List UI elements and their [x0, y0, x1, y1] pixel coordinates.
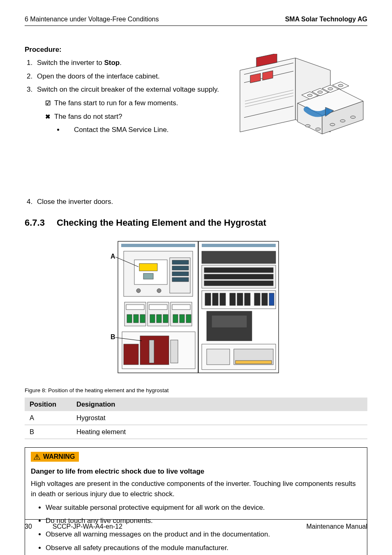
svg-rect-60: [140, 336, 169, 365]
svg-rect-72: [230, 293, 235, 305]
fail-action: Contact the SMA Service Line.: [64, 125, 367, 135]
step-text: Switch on the circuit breaker of the ext…: [37, 86, 219, 93]
svg-rect-47: [134, 314, 138, 323]
svg-rect-88: [37, 456, 37, 458]
svg-rect-67: [204, 281, 273, 286]
footer-doc-type: Maintenance Manual: [306, 523, 367, 530]
cell-position: B: [25, 425, 71, 439]
svg-rect-31: [202, 244, 276, 247]
warning-tag: WARNING: [31, 452, 79, 462]
svg-rect-70: [212, 293, 218, 305]
svg-rect-37: [172, 260, 189, 264]
svg-point-18: [307, 94, 312, 97]
svg-rect-71: [220, 293, 226, 305]
figure-label-a: A: [111, 253, 115, 260]
procedure-heading: Procedure:: [25, 46, 367, 54]
svg-rect-52: [173, 314, 178, 323]
figure-caption: Figure 8: Position of the heating elemen…: [25, 387, 367, 393]
table-row: B Heating element: [25, 425, 367, 439]
svg-rect-54: [186, 314, 191, 323]
svg-rect-61: [149, 340, 154, 363]
footer-page-number: 30: [25, 523, 32, 530]
step-text: Switch the inverter to: [37, 59, 104, 67]
svg-rect-65: [204, 268, 273, 273]
svg-rect-38: [172, 266, 189, 270]
svg-rect-57: [172, 305, 190, 310]
checkmark-icon: ☑: [44, 99, 51, 108]
svg-rect-34: [139, 264, 157, 271]
svg-rect-69: [205, 293, 211, 305]
step-bold: Stop: [104, 59, 120, 67]
svg-rect-79: [212, 315, 247, 328]
svg-rect-73: [237, 293, 243, 305]
svg-point-19: [318, 91, 323, 93]
svg-rect-89: [37, 458, 37, 459]
result-success: ☑ The fans start to run for a few moment…: [44, 98, 367, 109]
cell-designation: Heating element: [71, 425, 367, 439]
svg-rect-49: [150, 314, 155, 323]
step-text: Open the doors of the interface cabinet.: [37, 72, 160, 80]
page-header: 6 Maintenance under Voltage-Free Conditi…: [25, 16, 367, 26]
svg-rect-53: [180, 314, 184, 323]
svg-rect-81: [207, 349, 230, 365]
svg-rect-76: [262, 293, 267, 305]
position-table: Position Designation A Hygrostat B Heati…: [25, 398, 367, 439]
result-text: The fans do not start?: [54, 113, 122, 120]
svg-point-21: [338, 84, 343, 87]
cabinet-figure: A B: [25, 237, 367, 379]
table-row: A Hygrostat: [25, 411, 367, 425]
step-text: Close the inverter doors.: [37, 198, 113, 206]
result-text: The fans start to run for a few moments.: [54, 99, 178, 107]
cabinet-diagram: A B: [110, 237, 282, 377]
svg-point-41: [136, 289, 141, 293]
warning-title: Danger to life from electric shock due t…: [31, 467, 361, 476]
svg-rect-55: [126, 305, 144, 310]
cross-icon: ✖: [44, 112, 51, 121]
svg-rect-35: [143, 273, 153, 279]
svg-rect-30: [121, 244, 195, 247]
result-fail: ✖ The fans do not start? Contact the SMA…: [44, 112, 367, 135]
svg-rect-83: [235, 361, 272, 364]
warning-box: WARNING Danger to life from electric sho…: [25, 447, 367, 555]
warning-item: Observe all warning messages on the prod…: [46, 530, 361, 540]
table-header-row: Position Designation: [25, 398, 367, 411]
col-designation: Designation: [71, 398, 367, 411]
svg-rect-63: [202, 251, 276, 264]
svg-rect-62: [171, 340, 178, 363]
svg-rect-50: [157, 314, 161, 323]
svg-rect-74: [244, 293, 250, 305]
svg-rect-48: [140, 314, 145, 323]
warning-triangle-icon: [33, 453, 41, 460]
svg-rect-39: [172, 272, 189, 276]
page-footer: 30 SCCP-JP-WA-A4-en-12 Maintenance Manua…: [25, 519, 367, 530]
svg-point-20: [328, 88, 333, 90]
col-position: Position: [25, 398, 71, 411]
procedure-step: Close the inverter doors.: [35, 197, 367, 207]
warning-item: Observe all safety precautions of the mo…: [46, 543, 361, 553]
svg-rect-40: [172, 278, 189, 282]
svg-rect-56: [149, 305, 167, 310]
figure-label-b: B: [111, 333, 115, 340]
svg-rect-46: [127, 314, 132, 323]
warning-body: High voltages are present in the conduct…: [31, 479, 361, 499]
section-heading: 6.7.3Checking the Heating Element and th…: [25, 217, 367, 228]
fail-actions: Contact the SMA Service Line.: [64, 125, 367, 135]
warning-tag-text: WARNING: [43, 453, 75, 460]
step-text-after: .: [120, 59, 122, 67]
section-number: 6.7.3: [25, 217, 57, 228]
svg-rect-59: [124, 344, 138, 365]
header-company: SMA Solar Technology AG: [285, 16, 367, 23]
cell-designation: Hygrostat: [71, 411, 367, 425]
svg-rect-66: [204, 274, 273, 279]
svg-rect-51: [163, 314, 168, 323]
svg-rect-77: [269, 293, 274, 305]
step-results: ☑ The fans start to run for a few moment…: [44, 98, 367, 135]
section-title: Checking the Heating Element and the Hyg…: [57, 217, 266, 228]
footer-doc-id: SCCP-JP-WA-A4-en-12: [53, 523, 122, 530]
cell-position: A: [25, 411, 71, 425]
svg-rect-75: [254, 293, 260, 305]
header-section: 6 Maintenance under Voltage-Free Conditi…: [25, 16, 159, 23]
svg-point-42: [157, 289, 161, 293]
warning-item: Wear suitable personal protective equipm…: [46, 503, 361, 513]
